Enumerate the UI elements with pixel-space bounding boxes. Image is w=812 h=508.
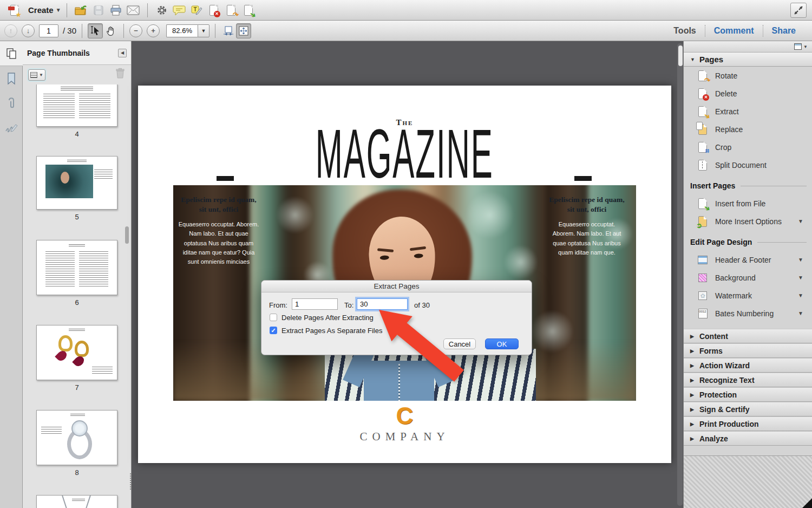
thumbnail-options-button[interactable]: ▼ bbox=[28, 69, 45, 81]
fit-width-icon[interactable] bbox=[221, 23, 236, 38]
dropdown-caret-icon[interactable]: ▼ bbox=[798, 218, 803, 224]
fullscreen-icon[interactable] bbox=[790, 3, 807, 18]
separate-files-checkbox-label[interactable]: Extract Pages As Separate Files bbox=[281, 327, 382, 335]
panel-options-icon[interactable]: ▼ bbox=[794, 43, 808, 50]
save-icon[interactable] bbox=[90, 2, 107, 18]
analyze-section-header[interactable]: ▶Analyze bbox=[684, 431, 812, 446]
dropdown-caret-icon[interactable]: ▼ bbox=[798, 292, 803, 298]
extract-pages-item[interactable]: ➔ Extract bbox=[684, 102, 812, 120]
create-pdf-icon[interactable]: ★ bbox=[4, 2, 25, 18]
header-footer-item[interactable]: Header & Footer ▼ bbox=[684, 251, 812, 269]
thumbnail-page-5[interactable] bbox=[36, 156, 117, 210]
header-footer-icon bbox=[697, 256, 709, 264]
thumb-text-heading bbox=[69, 244, 85, 246]
zoom-in-icon[interactable]: + bbox=[147, 24, 160, 37]
thumb-text-column bbox=[43, 94, 75, 120]
options-list-icon bbox=[30, 72, 37, 78]
create-dropdown-caret[interactable]: ▼ bbox=[56, 7, 61, 13]
document-canvas: The MAGAZINE bbox=[132, 41, 683, 508]
panel-filler-hatch bbox=[684, 455, 812, 508]
from-page-input[interactable] bbox=[292, 298, 338, 310]
replace-pages-icon[interactable]: ↷ bbox=[222, 2, 240, 18]
bookmarks-pane-icon[interactable] bbox=[0, 66, 23, 91]
watermark-item[interactable]: ✿ Watermark ▼ bbox=[684, 286, 812, 304]
open-file-icon[interactable] bbox=[73, 2, 90, 18]
attachments-pane-icon[interactable] bbox=[0, 91, 23, 116]
print-icon[interactable] bbox=[107, 2, 125, 18]
crop-pages-item[interactable]: ⌗ Crop bbox=[684, 138, 812, 156]
delete-page-trash-icon[interactable] bbox=[115, 68, 126, 82]
main-toolbar: ★ Create ▼ T bbox=[0, 0, 812, 21]
zoom-level-value[interactable]: 82.6% bbox=[166, 24, 198, 37]
edit-page-design-section-header: Edit Page Design bbox=[684, 230, 812, 251]
separate-files-checkbox[interactable]: ✓ bbox=[270, 327, 277, 334]
document-scrollbar-thumb[interactable] bbox=[678, 45, 683, 66]
ok-button[interactable]: OK bbox=[485, 338, 519, 349]
bates-numbering-item[interactable]: 0012 Bates Numbering ▼ bbox=[684, 304, 812, 322]
pages-section-header[interactable]: ▼ Pages bbox=[684, 53, 812, 67]
cover-caption-right: Epeliscim repe id quam, sit unt, offici … bbox=[547, 195, 627, 257]
bates-numbering-icon: 0012 bbox=[697, 309, 709, 318]
comment-bubble-icon[interactable] bbox=[171, 2, 188, 18]
red-annotation-arrow bbox=[372, 305, 464, 387]
signatures-pane-icon[interactable] bbox=[0, 116, 23, 141]
dropdown-caret-icon[interactable]: ▼ bbox=[798, 310, 803, 316]
delete-pages-item[interactable]: ✕ Delete bbox=[684, 84, 812, 102]
delete-icon: ✕ bbox=[697, 88, 709, 99]
thumb-photo-face bbox=[61, 172, 69, 184]
share-button[interactable]: Share bbox=[763, 26, 804, 36]
insert-from-file-item[interactable]: ➔ Insert from File bbox=[684, 194, 812, 212]
split-document-item[interactable]: Split Document bbox=[684, 156, 812, 174]
dropdown-caret-icon[interactable]: ▼ bbox=[798, 275, 803, 281]
replace-pages-item[interactable]: Replace bbox=[684, 120, 812, 138]
forms-section-header[interactable]: ▶Forms bbox=[684, 343, 812, 358]
zoom-dropdown-caret[interactable]: ▼ bbox=[198, 24, 209, 37]
thumb-text-column bbox=[79, 251, 108, 288]
hand-tool-icon[interactable] bbox=[103, 23, 118, 38]
select-tool-icon[interactable] bbox=[88, 23, 103, 38]
thumbnail-page-7[interactable] bbox=[36, 325, 117, 380]
settings-gear-icon[interactable] bbox=[153, 2, 171, 18]
action-wizard-section-header[interactable]: ▶Action Wizard bbox=[684, 358, 812, 373]
sign-certify-section-header[interactable]: ▶Sign & Certify bbox=[684, 402, 812, 416]
dialog-title[interactable]: Extract Pages bbox=[261, 281, 532, 292]
background-item[interactable]: Background ▼ bbox=[684, 269, 812, 286]
delete-pages-checkbox-label[interactable]: Delete Pages After Extracting bbox=[281, 314, 374, 322]
thumbnail-page-9[interactable] bbox=[36, 495, 117, 508]
create-button-label[interactable]: Create bbox=[28, 5, 54, 15]
document-scrollbar[interactable] bbox=[677, 43, 683, 506]
content-section-header[interactable]: ▶Content bbox=[684, 329, 812, 343]
rotate-pages-item[interactable]: ↷ Rotate bbox=[684, 67, 812, 84]
previous-page-icon[interactable]: ↑ bbox=[4, 24, 17, 37]
next-page-icon[interactable]: ↓ bbox=[22, 24, 35, 37]
print-production-section-header[interactable]: ▶Print Production bbox=[684, 416, 812, 431]
extract-pages-toolbar-icon[interactable]: ➔ bbox=[240, 2, 257, 18]
more-insert-options-item[interactable]: ➲ More Insert Options ▼ bbox=[684, 212, 812, 230]
fit-page-icon[interactable] bbox=[236, 23, 251, 38]
acrobat-window: ★ Create ▼ T bbox=[0, 0, 812, 508]
email-icon[interactable] bbox=[125, 2, 142, 18]
collapse-panel-icon[interactable]: ◀ bbox=[118, 49, 127, 57]
masthead-dash-right bbox=[574, 176, 592, 181]
zoom-out-icon[interactable]: − bbox=[129, 24, 142, 37]
window-resize-grip[interactable] bbox=[802, 498, 812, 508]
delete-pages-checkbox[interactable] bbox=[270, 314, 277, 321]
comment-button[interactable]: Comment bbox=[705, 26, 763, 36]
protection-section-header[interactable]: ▶Protection bbox=[684, 387, 812, 402]
tools-button[interactable]: Tools bbox=[665, 26, 704, 36]
thumbnail-page-8[interactable] bbox=[36, 410, 117, 465]
thumbnail-page-6[interactable] bbox=[36, 240, 117, 295]
panel-resize-grip[interactable] bbox=[130, 473, 131, 490]
thumbnail-page-4[interactable] bbox=[36, 84, 117, 127]
thumbnail-scrollbar-thumb[interactable] bbox=[125, 226, 129, 244]
expanded-triangle-icon: ▼ bbox=[690, 57, 695, 62]
delete-pages-icon[interactable]: ✕ bbox=[205, 2, 222, 18]
page-thumbnails-pane-icon[interactable] bbox=[0, 41, 23, 66]
dropdown-caret-icon[interactable]: ▼ bbox=[798, 257, 803, 263]
insert-from-file-icon: ➔ bbox=[697, 198, 709, 209]
background-icon bbox=[697, 273, 709, 282]
thumb-text-column bbox=[92, 367, 113, 374]
recognize-text-section-header[interactable]: ▶Recognize Text bbox=[684, 373, 812, 387]
page-number-input[interactable] bbox=[39, 24, 58, 37]
sign-icon[interactable]: T bbox=[188, 2, 205, 18]
